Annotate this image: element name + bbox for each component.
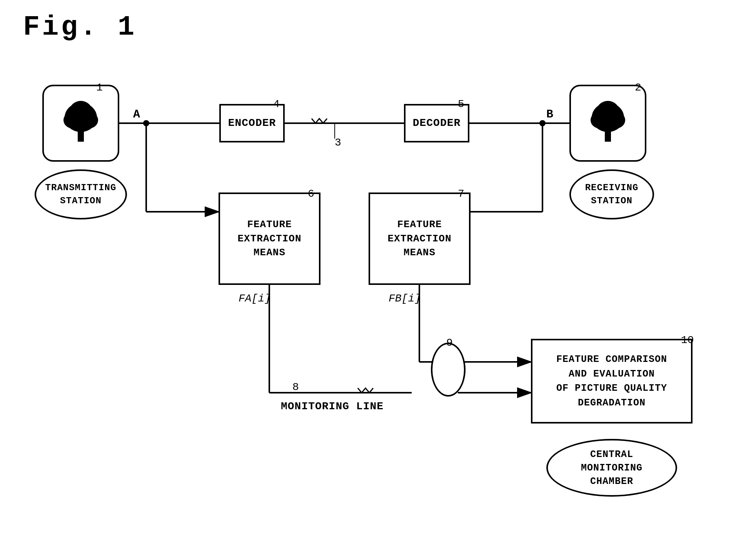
central-monitoring-label: CENTRALMONITORINGCHAMBER	[546, 439, 677, 497]
svg-point-22	[69, 101, 92, 122]
ref-4: 4	[273, 98, 280, 110]
formula-fb: FB[i]	[389, 293, 421, 305]
ref-1: 1	[96, 82, 103, 94]
svg-point-27	[596, 101, 619, 122]
network-oval	[431, 343, 466, 397]
transmitting-station-box	[42, 85, 119, 162]
svg-rect-28	[605, 131, 611, 142]
ref-5: 5	[458, 98, 464, 110]
monitoring-line-label: MONITORING LINE	[281, 400, 384, 412]
feature-extraction-b-box: FEATUREEXTRACTIONMEANS	[369, 193, 471, 285]
ref-7: 7	[458, 188, 464, 200]
svg-point-3	[143, 120, 149, 126]
ref-2: 2	[635, 82, 641, 94]
receiving-station-label: RECEIVING STATION	[569, 169, 654, 219]
fig-title: Fig. 1	[23, 12, 137, 43]
feature-comparison-box: FEATURE COMPARISONAND EVALUATIONOF PICTU…	[531, 339, 693, 424]
formula-fa: FA[i]	[239, 293, 271, 305]
point-b-label: B	[546, 108, 553, 121]
svg-point-7	[539, 120, 546, 126]
point-a-label: A	[133, 108, 140, 121]
receiving-station-box	[569, 85, 646, 162]
ref-9: 9	[446, 337, 453, 349]
feature-extraction-a-box: FEATUREEXTRACTIONMEANS	[219, 193, 320, 285]
ref-10: 10	[681, 334, 694, 346]
ref-6: 6	[308, 188, 314, 200]
svg-rect-23	[78, 131, 84, 142]
ref-8: 8	[292, 381, 299, 393]
ref-3: 3	[335, 137, 341, 149]
transmitting-station-label: TRANSMITTING STATION	[35, 169, 127, 219]
